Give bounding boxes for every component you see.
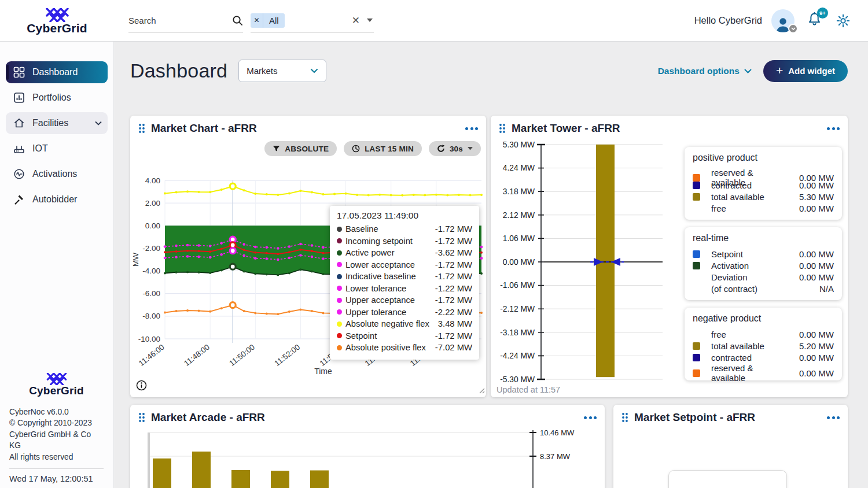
main-content: Dashboard Markets Dashboard options + Ad… <box>114 42 868 488</box>
filter-caret-icon[interactable] <box>367 19 373 22</box>
tooltip-timestamp: 17.05.2023 11:49:00 <box>337 210 472 221</box>
sidebar-item-portfolios[interactable]: Portfolios <box>6 87 108 109</box>
svg-text:-4.00: -4.00 <box>142 267 160 275</box>
filter-chip-all[interactable]: ✕ All <box>251 13 285 28</box>
sidebar-item-iot[interactable]: IOT <box>6 138 108 160</box>
search-icon[interactable] <box>232 15 243 26</box>
sidebar-item-label: Portfolios <box>32 93 71 103</box>
user-avatar[interactable] <box>771 9 795 32</box>
drag-handle-icon[interactable] <box>138 123 145 134</box>
svg-text:11:50:00: 11:50:00 <box>227 343 256 368</box>
tooltip-row: Lower tolerance-1.22 MW <box>337 283 472 295</box>
dashboard-options-button[interactable]: Dashboard options <box>658 66 752 76</box>
legend-swatch <box>693 262 700 269</box>
avatar-caret-badge[interactable] <box>788 24 798 34</box>
legend-value: 5.30 MW <box>799 192 834 202</box>
series-value: -7.02 MW <box>435 343 472 352</box>
resize-handle[interactable] <box>477 386 485 396</box>
legend-label: Setpoint <box>711 249 788 259</box>
widget-market-tower: Market Tower - aFRR 5.30 MW4.24 MW3.18 M… <box>491 116 848 397</box>
sidebar-item-label: Facilities <box>32 118 68 128</box>
sidebar-item-facilities[interactable]: Facilities <box>6 112 108 134</box>
svg-text:-5.30 MW: -5.30 MW <box>500 375 535 384</box>
info-icon <box>136 380 147 391</box>
clock-icon <box>352 145 360 153</box>
page-title: Dashboard <box>130 60 227 82</box>
search-input[interactable] <box>128 16 221 25</box>
filter-clear-icon[interactable]: ✕ <box>352 16 360 25</box>
svg-text:10.46 MW: 10.46 MW <box>540 428 575 437</box>
notifications-button[interactable]: 9+ <box>807 12 822 29</box>
series-value: -1.72 MW <box>435 272 472 281</box>
series-color-dot <box>337 298 342 303</box>
dashboard-icon <box>13 66 25 78</box>
tooltip-row: Baseline-1.72 MW <box>337 223 472 235</box>
legend-row: total available5.30 MW <box>693 191 834 202</box>
caret-down-icon <box>468 147 473 150</box>
legend-value: 0.00 MW <box>799 180 834 190</box>
refresh-interval-button[interactable]: 30s <box>429 141 481 156</box>
series-color-dot <box>337 309 342 315</box>
widget-menu-button[interactable] <box>826 125 841 132</box>
sidebar-item-dashboard[interactable]: Dashboard <box>6 61 108 83</box>
dashboard-view-select[interactable]: Markets <box>238 60 326 82</box>
sidebar-item-activations[interactable]: Activations <box>6 163 108 185</box>
info-button[interactable] <box>136 380 147 393</box>
legend-label: contracted <box>711 353 788 363</box>
legend-label: Deviation <box>711 272 788 282</box>
chevron-down-icon <box>310 68 318 73</box>
footer-clock: Wed 17 May, 12:00:51 <box>9 474 104 483</box>
svg-text:0.00 MW: 0.00 MW <box>503 258 535 267</box>
legend-value: 0.00 MW <box>799 353 834 363</box>
legend-swatch <box>693 250 700 258</box>
drag-handle-icon[interactable] <box>499 123 506 134</box>
search-field[interactable] <box>128 9 243 32</box>
widget-menu-button[interactable] <box>826 414 841 422</box>
legend-swatch <box>693 342 700 350</box>
legend-label: reserved & available <box>711 363 788 383</box>
legend-value: 0.00 MW <box>799 272 834 282</box>
scope-filter[interactable]: ✕ All ✕ <box>251 9 374 32</box>
svg-text:5.30 MW: 5.30 MW <box>503 141 535 149</box>
legend-panel-title: positive product <box>693 153 834 163</box>
sidebar-item-autobidder[interactable]: Autobidder <box>6 188 108 210</box>
series-label: Upper tolerance <box>345 308 435 317</box>
time-range-button[interactable]: LAST 15 MIN <box>344 141 422 156</box>
legend-panel-title: real-time <box>693 233 834 243</box>
svg-text:-1.06 MW: -1.06 MW <box>500 281 535 290</box>
series-label: Setpoint <box>345 331 435 341</box>
svg-text:2.12 MW: 2.12 MW <box>503 211 535 220</box>
widget-menu-button[interactable] <box>464 125 479 132</box>
tooltip-row: Upper acceptance-1.72 MW <box>337 294 472 306</box>
series-label: Active power <box>345 248 435 257</box>
footer-logo: CyberGrid <box>9 373 104 397</box>
updated-timestamp: Updated at 11:57 <box>496 385 560 394</box>
svg-text:1.06 MW: 1.06 MW <box>503 234 535 243</box>
chip-remove-icon[interactable]: ✕ <box>251 13 263 28</box>
widget-title: Market Tower - aFRR <box>512 122 620 135</box>
legend-row: free0.00 MW <box>693 328 834 340</box>
legend-row: Deviation0.00 MW <box>693 271 834 283</box>
drag-handle-icon[interactable] <box>138 412 145 423</box>
widget-market-chart: Market Chart - aFRR ABSOLUTE LAST 15 MIN <box>130 116 486 397</box>
add-widget-button[interactable]: + Add widget <box>763 60 848 82</box>
widget-menu-button[interactable] <box>583 414 598 422</box>
cybergrid-logo-icon <box>42 373 71 385</box>
series-color-dot <box>337 274 342 279</box>
series-value: 3.48 MW <box>438 319 472 328</box>
settings-gear-icon[interactable] <box>836 13 851 28</box>
absolute-filter-button[interactable]: ABSOLUTE <box>264 141 337 156</box>
chart-tooltip: 17.05.2023 11:49:00 Baseline-1.72 MWInco… <box>330 206 479 360</box>
series-color-dot <box>337 227 342 232</box>
user-greeting: Hello CyberGrid <box>694 15 762 26</box>
widget-title: Market Setpoint - aFRR <box>634 411 755 424</box>
footer-version: CyberNoc v6.0.0 <box>9 406 104 418</box>
series-color-dot <box>337 321 342 327</box>
series-color-dot <box>337 238 342 243</box>
footer-copyright: © Copyright 2010-2023 <box>9 417 104 429</box>
chevron-down-icon <box>95 121 102 125</box>
sidebar-item-label: Activations <box>32 169 77 179</box>
drag-handle-icon[interactable] <box>621 412 628 423</box>
svg-text:2.00: 2.00 <box>145 199 160 208</box>
legend-row: Activation0.00 MW <box>693 260 834 271</box>
